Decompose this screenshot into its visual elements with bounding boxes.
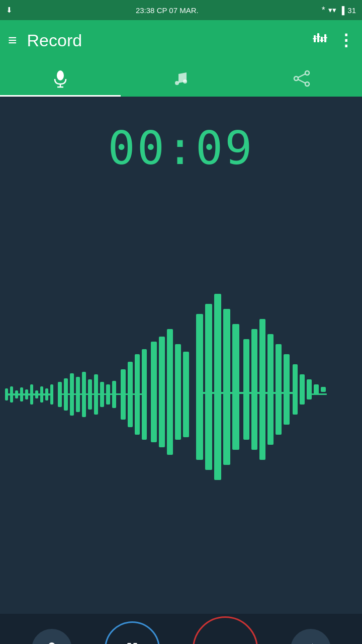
svg-line-17: [298, 79, 305, 83]
svg-rect-60: [307, 379, 312, 399]
svg-rect-53: [251, 329, 257, 450]
svg-point-8: [57, 70, 64, 80]
svg-rect-66: [312, 393, 327, 395]
waveform-svg: [0, 264, 362, 525]
svg-rect-61: [314, 384, 319, 394]
svg-rect-6: [320, 40, 324, 41]
svg-rect-64: [58, 393, 143, 395]
main-content: 00:09: [0, 97, 362, 614]
svg-point-11: [175, 81, 179, 85]
battery-icon: 31: [347, 6, 356, 15]
svg-rect-63: [5, 393, 50, 395]
svg-point-12: [183, 79, 187, 84]
tab-share[interactable]: [241, 60, 362, 97]
svg-rect-62: [321, 387, 326, 392]
svg-rect-44: [167, 329, 173, 455]
svg-rect-51: [232, 324, 239, 450]
pause-button[interactable]: [105, 621, 160, 644]
status-left: ⬇: [6, 6, 13, 15]
svg-rect-47: [196, 314, 203, 460]
tab-music[interactable]: [121, 60, 241, 97]
svg-rect-58: [293, 364, 298, 415]
svg-rect-54: [259, 319, 265, 460]
status-right: * ▾▾ ▐ 31: [322, 5, 356, 16]
svg-rect-57: [284, 354, 290, 425]
svg-rect-50: [223, 309, 230, 465]
voice-button[interactable]: [32, 629, 72, 644]
svg-rect-52: [243, 339, 249, 440]
svg-rect-46: [183, 352, 189, 437]
svg-rect-2: [321, 37, 323, 42]
more-options-icon[interactable]: ⋮: [338, 31, 354, 50]
tab-record[interactable]: [0, 60, 121, 97]
download-icon: ⬇: [6, 6, 13, 15]
status-time: 23:38 CP 07 MAR.: [13, 6, 322, 15]
svg-rect-59: [300, 374, 305, 405]
equalizer-icon[interactable]: [313, 31, 328, 50]
bluetooth-icon: *: [322, 5, 325, 16]
waveform-container: [0, 175, 362, 614]
svg-rect-49: [214, 294, 221, 480]
app-title: Record: [27, 31, 303, 50]
svg-rect-65: [196, 392, 297, 394]
svg-point-14: [294, 76, 298, 80]
svg-rect-48: [205, 304, 212, 470]
svg-rect-1: [317, 33, 319, 42]
tab-bar: [0, 60, 362, 97]
volume-button[interactable]: [291, 629, 331, 644]
svg-rect-43: [159, 337, 165, 447]
menu-icon[interactable]: [8, 32, 17, 49]
svg-rect-56: [276, 344, 282, 435]
app-bar: Record ⋮: [0, 20, 362, 60]
controls-bar: [0, 614, 362, 644]
svg-point-13: [305, 71, 309, 75]
svg-rect-45: [175, 344, 181, 440]
svg-rect-55: [267, 334, 274, 445]
svg-rect-4: [313, 38, 317, 39]
svg-point-15: [305, 82, 309, 86]
svg-rect-42: [151, 342, 157, 442]
wifi-icon: ▾▾: [328, 6, 336, 15]
signal-icon: ▐: [339, 6, 345, 15]
svg-line-16: [298, 74, 305, 77]
timer-display: 00:09: [108, 122, 254, 175]
status-bar: ⬇ 23:38 CP 07 MAR. * ▾▾ ▐ 31: [0, 0, 362, 20]
svg-rect-5: [316, 36, 320, 37]
svg-rect-27: [50, 384, 53, 405]
stop-button[interactable]: [193, 616, 258, 644]
svg-rect-7: [323, 37, 327, 38]
